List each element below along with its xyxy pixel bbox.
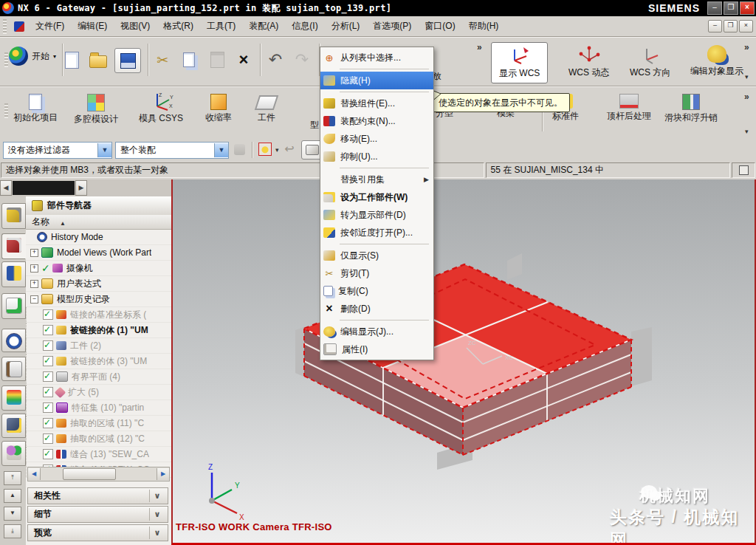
status-expand-button[interactable] (732, 162, 755, 178)
menu-assemblies[interactable]: 装配(A) (242, 17, 285, 35)
scroll-right-icon[interactable]: ▶ (157, 468, 169, 480)
column-header-name[interactable]: 名称 (26, 215, 171, 230)
menu-view[interactable]: 视图(V) (114, 17, 157, 35)
toolbar-overflow-chevron[interactable]: » (744, 92, 749, 102)
tab-assembly-navigator[interactable] (1, 203, 26, 229)
wcs-orient-button[interactable]: WCS 方向 (630, 45, 670, 79)
expand-toggle[interactable] (30, 249, 38, 257)
resource-scroll-top[interactable]: ⤒ (4, 471, 21, 485)
checkbox-checked[interactable] (43, 309, 53, 320)
horizontal-scrollbar[interactable]: ◀ ▶ (27, 467, 170, 481)
tab-roles[interactable] (1, 441, 26, 466)
checkbox-checked[interactable] (43, 371, 53, 382)
chevron-down-icon[interactable] (149, 527, 165, 539)
doc-minimize-button[interactable]: – (708, 20, 722, 32)
resource-scroll-bottom[interactable]: ⤓ (4, 524, 21, 538)
restore-button[interactable]: ❐ (724, 1, 738, 15)
menu-item-make-displayed-part[interactable]: 转为显示部件(D) (320, 206, 433, 224)
tree-item-linked-body-1[interactable]: 被链接的体 (1) "UM (26, 323, 171, 338)
checkbox-checked[interactable] (43, 325, 53, 335)
panel-dependencies[interactable]: 相关性 (27, 487, 168, 504)
tab-system-materials[interactable] (1, 357, 26, 381)
tab-visualization[interactable] (1, 385, 26, 411)
slider-left-button[interactable]: ◀ (0, 180, 12, 196)
general-selection-filter-button[interactable] (255, 140, 275, 159)
menu-item-open-by-proximity[interactable]: 按邻近度打开(P)... (320, 224, 433, 241)
dropdown-arrow-icon[interactable]: ▼ (214, 143, 228, 157)
resource-scroll-down[interactable]: ▼ (4, 507, 21, 521)
menu-item-edit-display[interactable]: 编辑显示(J)... (320, 323, 433, 340)
menu-information[interactable]: 信息(I) (285, 17, 324, 35)
checkbox-checked[interactable] (43, 449, 53, 459)
toolbar-overflow-chevron[interactable]: » (744, 42, 749, 52)
tree-item-extract-region-12[interactable]: 抽取的区域 (12) "C (26, 431, 171, 447)
panel-preview[interactable]: 预览 (27, 524, 168, 541)
menu-edit[interactable]: 编辑(E) (71, 17, 114, 35)
slider-lifter-button[interactable]: 滑块和浮升销 (664, 94, 718, 124)
menu-preferences[interactable]: 首选项(P) (366, 17, 418, 35)
mold-csys-button[interactable]: ZYX 模具 CSYS (139, 92, 183, 125)
menu-item-show-only[interactable]: 仅显示(S) (320, 247, 433, 264)
paste-button[interactable] (206, 49, 228, 71)
menu-item-cut[interactable]: ✂ 剪切(T) (320, 264, 433, 282)
tree-item-history-mode[interactable]: History Mode (26, 230, 171, 245)
toolbar-grip[interactable] (3, 19, 7, 34)
toolbar-overflow-chevron[interactable]: » (477, 42, 482, 52)
new-file-button[interactable] (61, 49, 83, 71)
menu-item-replace-component[interactable]: 替换组件(E)... (320, 95, 433, 112)
menu-item-move[interactable]: 移动(E)... (320, 130, 433, 148)
delete-button[interactable]: × (233, 49, 255, 71)
menu-item-hide[interactable]: 隐藏(H) (320, 72, 433, 89)
menu-item-delete[interactable]: × 删除(D) (320, 300, 433, 318)
checkbox-checked[interactable] (43, 433, 53, 444)
tree-item-bounded-plane[interactable]: 有界平面 (4) (26, 369, 171, 385)
selection-filter-dropdown[interactable]: 没有选择过滤器 ▼ (3, 142, 112, 159)
menu-item-properties[interactable]: 属性(I) (320, 340, 433, 358)
close-button[interactable]: × (740, 1, 755, 15)
tree-item-camera[interactable]: ✓ 摄像机 (26, 261, 171, 276)
reset-filter-button[interactable]: ↩ (281, 140, 298, 159)
tree-item-enlarge[interactable]: 扩大 (5) (26, 385, 171, 400)
menu-tools[interactable]: 工具(T) (200, 17, 242, 35)
menu-format[interactable]: 格式(R) (157, 17, 200, 35)
tree-item-user-expressions[interactable]: 用户表达式 (26, 276, 171, 292)
expand-toggle[interactable] (30, 264, 38, 272)
menu-file[interactable]: 文件(F) (29, 17, 71, 35)
tree-item-model-views[interactable]: Model Views (Work Part (26, 245, 171, 261)
workpiece-button[interactable]: 工件 (257, 95, 276, 124)
chevron-down-icon[interactable] (149, 490, 165, 502)
dropdown-arrow-icon[interactable]: ▼ (97, 143, 111, 157)
menu-item-replace-reference-set[interactable]: 替换引用集 ▶ (320, 171, 433, 188)
checkbox-checked[interactable] (43, 387, 53, 397)
resource-scroll-up[interactable]: ▲ (4, 489, 21, 503)
snap-point-button[interactable] (230, 140, 248, 159)
selection-scope-dropdown[interactable]: 整个装配 ▼ (115, 142, 229, 159)
checkbox-checked[interactable] (43, 418, 53, 428)
start-button[interactable]: 开始 ▾ (9, 47, 56, 66)
wcs-dynamics-button[interactable]: WCS 动态 (568, 45, 609, 79)
menu-item-make-work-part[interactable]: 设为工作部件(W) (320, 188, 433, 206)
toolbar-collapse-arrow[interactable]: ▾ (745, 128, 749, 135)
menu-analysis[interactable]: 分析(L) (325, 17, 367, 35)
menu-item-select-from-list[interactable]: ⊕ 从列表中选择... (320, 49, 433, 66)
scroll-left-icon[interactable]: ◀ (28, 468, 41, 480)
cut-button[interactable]: ✂ (151, 49, 173, 71)
chevron-down-icon[interactable] (149, 508, 165, 521)
tree-item-workpiece[interactable]: 工件 (2) (26, 338, 171, 354)
tree-item-linked-datum-csys[interactable]: 链接的基准坐标系 ( (26, 307, 171, 323)
toolbar-grip[interactable] (4, 103, 8, 118)
shrinkage-button[interactable]: 收缩率 (205, 94, 232, 124)
edit-object-display-button[interactable]: 编辑对象显示 (690, 45, 743, 78)
tree-item-linked-body-3[interactable]: 被链接的体 (3) "UM (26, 354, 171, 369)
menu-window[interactable]: 窗口(O) (418, 17, 461, 35)
tab-history[interactable] (1, 329, 26, 352)
tab-part-navigator[interactable] (1, 261, 26, 287)
slider-bar[interactable] (13, 181, 75, 195)
tab-reuse-library[interactable] (1, 293, 26, 319)
display-wcs-button[interactable]: 显示 WCS (491, 42, 548, 83)
slider-right-button[interactable]: ▶ (75, 180, 87, 196)
menu-item-copy[interactable]: 复制(C) (320, 282, 433, 300)
panel-details[interactable]: 细节 (27, 506, 168, 523)
tab-constraint-navigator[interactable] (1, 233, 26, 259)
menu-item-assembly-constraints[interactable]: 装配约束(N)... (320, 112, 433, 130)
